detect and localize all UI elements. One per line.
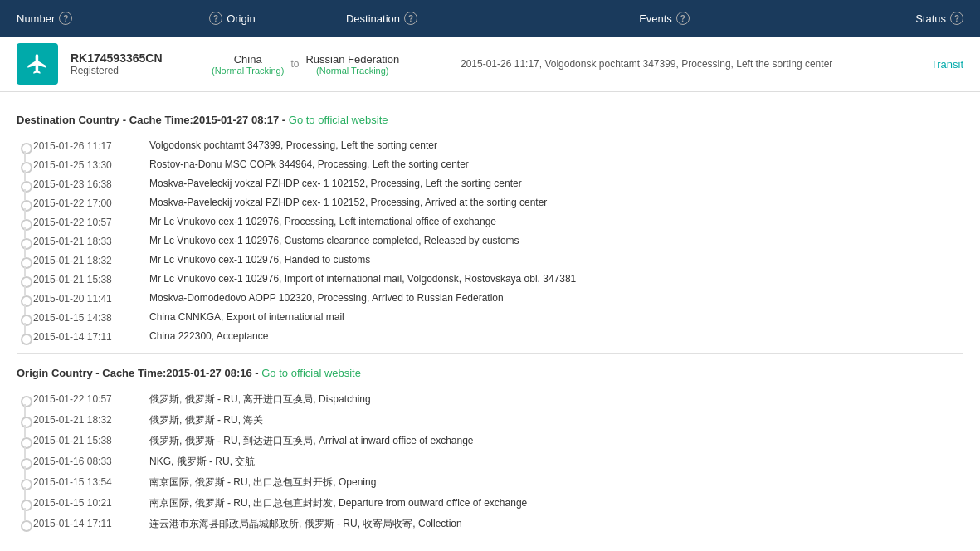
tracking-type: Registered bbox=[71, 65, 195, 76]
timeline-item: 2015-01-21 18:32俄罗斯, 俄罗斯 - RU, 海关 bbox=[33, 410, 963, 431]
timeline-date: 2015-01-21 18:33 bbox=[33, 235, 149, 247]
header-origin-col: ? Origin bbox=[166, 12, 299, 25]
destination-header-text: Destination Country - Cache Time:2015-01… bbox=[17, 114, 289, 126]
origin-section-header: Origin Country - Cache Time:2015-01-27 0… bbox=[17, 363, 963, 383]
timeline-desc: NKG, 俄罗斯 - RU, 交航 bbox=[149, 455, 963, 469]
timeline-date: 2015-01-21 15:38 bbox=[33, 434, 149, 446]
header-status-col: Status ? bbox=[864, 12, 963, 25]
timeline-desc: Mr Lc Vnukovo cex-1 102976, Processing, … bbox=[149, 216, 963, 227]
timeline-date: 2015-01-21 15:38 bbox=[33, 273, 149, 285]
tracking-icon-box bbox=[17, 43, 58, 85]
timeline-item: 2015-01-14 17:11China 222300, Acceptance bbox=[33, 327, 963, 346]
header: Number ? ? Origin Destination ? Events ?… bbox=[0, 0, 980, 37]
timeline-desc: Moskva-Paveleckij vokzal PZHDP cex- 1 10… bbox=[149, 197, 963, 208]
timeline-desc: Moskva-Domodedovo AOPP 102320, Processin… bbox=[149, 292, 963, 304]
timeline-desc: Mr Lc Vnukovo cex-1 102976, Import of in… bbox=[149, 273, 963, 285]
timeline-item: 2015-01-22 10:57俄罗斯, 俄罗斯 - RU, 离开进口互换局, … bbox=[33, 389, 963, 410]
origin-timeline: 2015-01-22 10:57俄罗斯, 俄罗斯 - RU, 离开进口互换局, … bbox=[17, 389, 963, 534]
destination-tracking-label: (Normal Tracking) bbox=[305, 66, 399, 76]
timeline-item: 2015-01-15 13:54南京国际, 俄罗斯 - RU, 出口总包互封开拆… bbox=[33, 472, 963, 493]
timeline-desc: China CNNKGA, Export of international ma… bbox=[149, 311, 963, 323]
timeline-date: 2015-01-21 18:32 bbox=[33, 254, 149, 266]
origin-official-link[interactable]: Go to official website bbox=[261, 367, 361, 379]
tracking-status: Transit bbox=[880, 58, 963, 71]
timeline-item: 2015-01-14 17:11连云港市东海县邮政局晶城邮政所, 俄罗斯 - R… bbox=[33, 514, 963, 534]
tracking-row: RK174593365CN Registered China (Normal T… bbox=[0, 37, 980, 92]
timeline-desc: 南京国际, 俄罗斯 - RU, 出口总包互封开拆, Opening bbox=[149, 475, 963, 490]
timeline-desc: Rostov-na-Donu MSC COPk 344964, Processi… bbox=[149, 158, 963, 170]
timeline-desc: Mr Lc Vnukovo cex-1 102976, Handed to cu… bbox=[149, 254, 963, 266]
origin-tracking-label: (Normal Tracking) bbox=[212, 66, 284, 76]
timeline-date: 2015-01-25 13:30 bbox=[33, 158, 149, 171]
header-status-label: Status bbox=[915, 12, 946, 25]
status-help-icon[interactable]: ? bbox=[950, 12, 963, 25]
timeline-date: 2015-01-15 13:54 bbox=[33, 475, 149, 488]
timeline-desc: 南京国际, 俄罗斯 - RU, 出口总包直封封发, Departure from… bbox=[149, 496, 963, 510]
timeline-desc: Mr Lc Vnukovo cex-1 102976, Customs clea… bbox=[149, 235, 963, 246]
origin-country-name: China bbox=[212, 53, 284, 66]
timeline-item: 2015-01-26 11:17Volgodonsk pochtamt 3473… bbox=[33, 136, 963, 155]
timeline-item: 2015-01-16 08:33NKG, 俄罗斯 - RU, 交航 bbox=[33, 451, 963, 472]
timeline-item: 2015-01-21 18:32Mr Lc Vnukovo cex-1 1029… bbox=[33, 251, 963, 270]
timeline-item: 2015-01-22 17:00Moskva-Paveleckij vokzal… bbox=[33, 193, 963, 212]
header-number-col: Number ? bbox=[17, 12, 166, 25]
timeline-item: 2015-01-22 10:57Mr Lc Vnukovo cex-1 1029… bbox=[33, 212, 963, 232]
header-destination-label: Destination bbox=[346, 12, 400, 25]
timeline-item: 2015-01-15 10:21南京国际, 俄罗斯 - RU, 出口总包直封封发… bbox=[33, 493, 963, 514]
timeline-desc: 俄罗斯, 俄罗斯 - RU, 海关 bbox=[149, 413, 963, 427]
timeline-desc: 连云港市东海县邮政局晶城邮政所, 俄罗斯 - RU, 收寄局收寄, Collec… bbox=[149, 517, 963, 531]
timeline-date: 2015-01-20 11:41 bbox=[33, 292, 149, 305]
timeline-item: 2015-01-21 18:33Mr Lc Vnukovo cex-1 1029… bbox=[33, 232, 963, 251]
timeline-date: 2015-01-22 10:57 bbox=[33, 393, 149, 405]
origin-help-icon[interactable]: ? bbox=[209, 12, 222, 25]
header-events-label: Events bbox=[639, 12, 672, 25]
tracking-number-col: RK174593365CN Registered bbox=[71, 51, 195, 76]
timeline-date: 2015-01-21 18:32 bbox=[33, 413, 149, 426]
destination-section-header: Destination Country - Cache Time:2015-01… bbox=[17, 110, 963, 129]
destination-country: Russian Federation (Normal Tracking) bbox=[305, 53, 399, 76]
events-help-icon[interactable]: ? bbox=[676, 12, 690, 25]
timeline-date: 2015-01-14 17:11 bbox=[33, 330, 149, 343]
timeline-date: 2015-01-14 17:11 bbox=[33, 517, 149, 529]
header-origin-label: Origin bbox=[227, 12, 256, 25]
timeline-item: 2015-01-20 11:41Moskva-Domodedovo AOPP 1… bbox=[33, 289, 963, 308]
timeline-date: 2015-01-15 10:21 bbox=[33, 496, 149, 509]
destination-timeline: 2015-01-26 11:17Volgodonsk pochtamt 3473… bbox=[17, 136, 963, 346]
plane-icon bbox=[26, 52, 49, 76]
tracking-route: China (Normal Tracking) to Russian Feder… bbox=[212, 53, 444, 76]
timeline-desc: China 222300, Acceptance bbox=[149, 330, 963, 342]
timeline-desc: Moskva-Paveleckij vokzal PZHDP cex- 1 10… bbox=[149, 178, 963, 189]
timeline-date: 2015-01-22 17:00 bbox=[33, 197, 149, 209]
origin-country: China (Normal Tracking) bbox=[212, 53, 284, 76]
timeline-item: 2015-01-23 16:38Moskva-Paveleckij vokzal… bbox=[33, 174, 963, 193]
number-help-icon[interactable]: ? bbox=[59, 12, 72, 25]
tracking-number: RK174593365CN bbox=[71, 51, 195, 65]
destination-official-link[interactable]: Go to official website bbox=[289, 114, 388, 126]
header-destination-col: Destination ? bbox=[299, 12, 465, 25]
timeline-desc: 俄罗斯, 俄罗斯 - RU, 离开进口互换局, Dispatching bbox=[149, 393, 963, 407]
origin-header-text: Origin Country - Cache Time:2015-01-27 0… bbox=[17, 367, 261, 379]
destination-help-icon[interactable]: ? bbox=[404, 12, 417, 25]
destination-country-name: Russian Federation bbox=[305, 53, 399, 66]
section-divider bbox=[17, 353, 963, 354]
timeline-date: 2015-01-15 14:38 bbox=[33, 311, 149, 324]
timeline-item: 2015-01-21 15:38Mr Lc Vnukovo cex-1 1029… bbox=[33, 270, 963, 289]
route-arrow: to bbox=[290, 58, 299, 70]
header-events-col: Events ? bbox=[465, 12, 864, 25]
timeline-date: 2015-01-23 16:38 bbox=[33, 178, 149, 190]
timeline-desc: 俄罗斯, 俄罗斯 - RU, 到达进口互换局, Arrival at inwar… bbox=[149, 434, 963, 448]
timeline-item: 2015-01-21 15:38俄罗斯, 俄罗斯 - RU, 到达进口互换局, … bbox=[33, 431, 963, 451]
header-number-label: Number bbox=[17, 12, 55, 25]
content: Destination Country - Cache Time:2015-01… bbox=[0, 92, 980, 543]
timeline-date: 2015-01-16 08:33 bbox=[33, 455, 149, 467]
timeline-item: 2015-01-15 14:38China CNNKGA, Export of … bbox=[33, 308, 963, 327]
tracking-latest-event: 2015-01-26 11:17, Volgodonsk pochtamt 34… bbox=[461, 58, 880, 70]
timeline-date: 2015-01-26 11:17 bbox=[33, 139, 149, 152]
timeline-desc: Volgodonsk pochtamt 347399, Processing, … bbox=[149, 139, 963, 151]
timeline-item: 2015-01-25 13:30Rostov-na-Donu MSC COPk … bbox=[33, 155, 963, 174]
timeline-date: 2015-01-22 10:57 bbox=[33, 216, 149, 228]
